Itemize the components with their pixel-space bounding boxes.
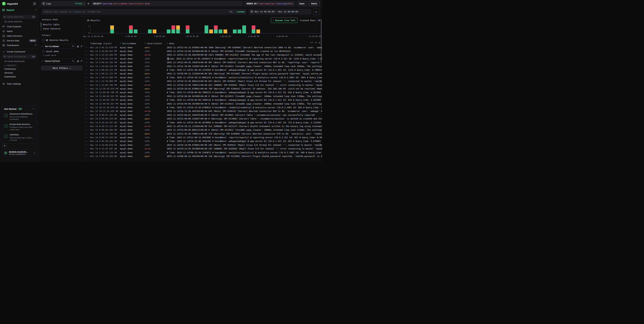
checkbox[interactable] (42, 50, 45, 53)
table-row[interactable]: > Nov 14 4:45:00.345 AM mysql-demo info … (85, 139, 322, 143)
get-started-item[interactable]: ✓ Create Data Sources Configure where yo… (4, 123, 34, 131)
get-started-item[interactable]: ✓ Connect to ClickHouse Set up your data… (4, 112, 34, 121)
preset-dashboard-item[interactable]: Kubernetes (0, 75, 38, 79)
table-row[interactable]: > Nov 14 2:00:15.123 PM mysql-demo warn … (85, 72, 322, 76)
histogram-bar[interactable] (129, 25, 133, 33)
drag-handle-icon[interactable] (120, 42, 121, 44)
row-expand-chevron[interactable]: > (85, 136, 88, 139)
table-row[interactable]: > Nov 14 3:30:00.234 PM mysql-demo info … (85, 64, 322, 68)
table-row[interactable]: > Nov 14 9:00:00.234 AM mysql-demo warn … (85, 117, 322, 121)
histogram-bar[interactable] (214, 25, 218, 33)
chevron-right-icon[interactable] (41, 60, 42, 62)
row-expand-chevron[interactable]: > (85, 129, 88, 131)
presets-toggle[interactable]: PRESETS (0, 63, 38, 67)
row-expand-chevron[interactable]: > (85, 103, 88, 105)
load-more[interactable]: Load more (41, 53, 82, 57)
order-by-chip[interactable]: ORDER BY ( TimestampTime, Timestamp ) DE… (244, 1, 295, 6)
table-row[interactable]: > Nov 14 3:00:30.123 PM mysql-demo info … (85, 68, 322, 72)
saved-dashboards-input[interactable] (7, 55, 30, 58)
row-expand-chevron[interactable]: > (85, 114, 88, 116)
column-header-severitytext[interactable]: SeverityText (145, 42, 167, 45)
row-expand-chevron[interactable]: > (85, 58, 88, 60)
saved-searches-search[interactable]: ⌘K (2, 15, 36, 19)
histogram-bar[interactable] (153, 29, 156, 33)
copy-icon[interactable] (167, 57, 170, 60)
get-started-header[interactable]: Get Started 3/3 (4, 108, 34, 110)
histogram-bar[interactable] (219, 29, 222, 33)
save-button[interactable]: Save (297, 1, 307, 6)
date-range-picker[interactable]: Nov 14 00:00:00 - Nov 15 00:00:00 (249, 9, 311, 15)
row-expand-chevron[interactable]: > (85, 133, 88, 135)
sidebar-item-search[interactable]: Search (0, 7, 38, 13)
more-filters-button[interactable]: More filters (41, 65, 82, 71)
histogram-bar[interactable] (238, 29, 241, 33)
table-row[interactable]: > Nov 14 10:15:30.456 AM mysql-demo erro… (85, 109, 322, 113)
saved-dashboards-search[interactable]: ⌘K (2, 54, 36, 59)
drag-handle-icon[interactable] (167, 42, 168, 44)
download-icon[interactable] (318, 41, 321, 43)
source-settings-gear-icon[interactable]: ⚙ (88, 2, 90, 5)
table-row[interactable]: > Nov 14 4:23:45.567 AM mysql-demo error… (85, 147, 322, 151)
chevron-up-icon[interactable] (35, 45, 36, 46)
select-columns-input[interactable]: SELECT Timestamp ,ServiceName,SeverityTe… (91, 1, 243, 6)
saved-searches-input[interactable] (7, 15, 30, 18)
bar-chart-icon[interactable] (77, 60, 79, 62)
row-expand-chevron[interactable]: > (85, 99, 88, 101)
sidebar-item-service-map[interactable]: Service Map BETA (0, 38, 38, 43)
source-select[interactable]: Logs Schema (41, 1, 86, 6)
table-row[interactable]: > Nov 14 12:30:45.678 PM mysql-demo warn… (85, 87, 322, 90)
get-started-item[interactable]: ✓ Add Data Start sending logs, metrics, … (4, 133, 34, 141)
histogram-bar[interactable] (148, 29, 152, 33)
help-button[interactable]: ? (2, 144, 7, 148)
chevron-up-icon[interactable] (33, 108, 34, 110)
facet-servicename-search[interactable]: ServiceName (44, 44, 76, 49)
histogram-bar[interactable] (134, 29, 138, 33)
bar-chart-icon[interactable] (77, 45, 79, 47)
table-row[interactable]: > Nov 14 4:24:00.678 AM mysql-demo info … (85, 143, 322, 147)
table-row[interactable]: > Nov 14 4:15:45.234 PM mysql-demo info … (85, 57, 322, 60)
table-row[interactable]: > Nov 14 12:00:00.567 PM mysql-demo info… (85, 102, 322, 106)
row-expand-chevron[interactable]: > (85, 152, 88, 154)
row-expand-chevron[interactable]: > (85, 122, 88, 124)
row-expand-chevron[interactable]: > (85, 46, 88, 49)
row-expand-chevron[interactable]: > (85, 50, 88, 52)
sidebar-item-team-settings[interactable]: ⚙ Team Settings (0, 81, 38, 86)
row-expand-chevron[interactable]: > (85, 144, 88, 146)
table-row[interactable]: > Nov 14 2:00:15.456 AM mysql-demo warn … (85, 154, 322, 158)
column-settings-icon[interactable]: ≡ (315, 41, 317, 44)
run-query-button[interactable]: ▷ (313, 8, 320, 15)
histogram-bar[interactable] (204, 25, 208, 33)
row-expand-chevron[interactable]: > (85, 155, 88, 157)
row-expand-chevron[interactable]: > (85, 61, 88, 63)
mode-event-patterns[interactable]: Event Patterns (41, 27, 82, 31)
column-header-servicename[interactable]: ServiceName (120, 42, 145, 45)
pin-icon[interactable] (80, 45, 82, 47)
table-row[interactable]: > Nov 14 8:30:15.123 AM mysql-demo error… (85, 124, 322, 128)
histogram-bar[interactable] (186, 25, 190, 33)
table-row[interactable]: > Nov 14 8:00:00.890 AM mysql-demo info … (85, 128, 322, 132)
row-expand-chevron[interactable]: > (85, 140, 88, 142)
histogram-bar[interactable] (172, 25, 175, 33)
histogram-bar[interactable] (233, 29, 236, 33)
checkbox[interactable] (42, 39, 44, 41)
mode-sql[interactable]: SQL (229, 10, 233, 13)
table-row[interactable]: > Nov 14 6:45:30.789 AM mysql-demo warn … (85, 132, 322, 136)
sidebar-item-alerts[interactable]: Alerts (0, 29, 38, 33)
row-expand-chevron[interactable]: > (85, 125, 88, 127)
preset-dashboard-item[interactable]: Services (0, 71, 38, 75)
event-search-box[interactable]: SQL | Lucene (42, 9, 247, 15)
row-expand-chevron[interactable]: > (85, 118, 88, 120)
row-expand-chevron[interactable]: > (85, 91, 88, 94)
facet-severitytext-search[interactable]: SeverityText (44, 58, 76, 63)
sidebar-item-chart-explorer[interactable]: Chart Explorer (0, 24, 38, 29)
event-search-input[interactable] (44, 10, 228, 13)
mode-lucene[interactable]: Lucene (237, 10, 244, 13)
histogram-bar[interactable] (256, 29, 260, 33)
scrollbar-thumb[interactable] (321, 19, 322, 63)
sidebar-item-dashboards[interactable]: Dashboards (0, 43, 38, 48)
code-view-icon[interactable]: </> (310, 41, 314, 43)
histogram-bar[interactable] (176, 25, 180, 33)
row-expand-chevron[interactable]: > (85, 110, 88, 112)
table-row[interactable]: > Nov 14 5:15:30.456 PM mysql-demo error… (85, 53, 322, 57)
table-row[interactable]: > Nov 14 12:00:00.789 PM mysql-demo info… (85, 91, 322, 94)
